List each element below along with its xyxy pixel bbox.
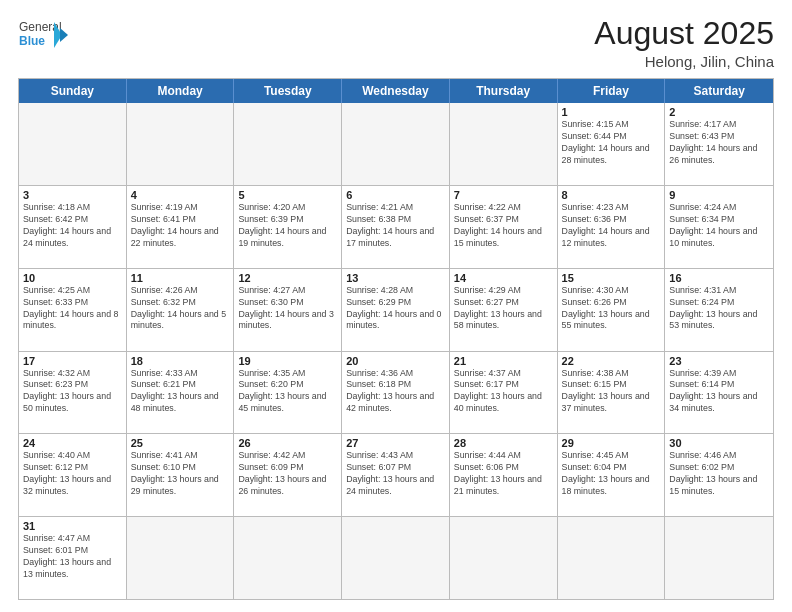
cal-cell-w1-d2: 5Sunrise: 4:20 AM Sunset: 6:39 PM Daylig… <box>234 186 342 268</box>
day-number: 3 <box>23 189 122 201</box>
day-info: Sunrise: 4:18 AM Sunset: 6:42 PM Dayligh… <box>23 202 122 250</box>
cal-cell-w1-d4: 7Sunrise: 4:22 AM Sunset: 6:37 PM Daylig… <box>450 186 558 268</box>
day-number: 28 <box>454 437 553 449</box>
cal-cell-w3-d2: 19Sunrise: 4:35 AM Sunset: 6:20 PM Dayli… <box>234 352 342 434</box>
cal-cell-w1-d3: 6Sunrise: 4:21 AM Sunset: 6:38 PM Daylig… <box>342 186 450 268</box>
day-number: 4 <box>131 189 230 201</box>
day-info: Sunrise: 4:25 AM Sunset: 6:33 PM Dayligh… <box>23 285 122 333</box>
cal-week-4: 24Sunrise: 4:40 AM Sunset: 6:12 PM Dayli… <box>19 434 773 517</box>
day-number: 9 <box>669 189 769 201</box>
cal-cell-w2-d0: 10Sunrise: 4:25 AM Sunset: 6:33 PM Dayli… <box>19 269 127 351</box>
day-number: 23 <box>669 355 769 367</box>
cal-cell-w4-d5: 29Sunrise: 4:45 AM Sunset: 6:04 PM Dayli… <box>558 434 666 516</box>
cal-cell-w4-d0: 24Sunrise: 4:40 AM Sunset: 6:12 PM Dayli… <box>19 434 127 516</box>
day-number: 8 <box>562 189 661 201</box>
logo: General Blue <box>18 16 70 54</box>
day-info: Sunrise: 4:38 AM Sunset: 6:15 PM Dayligh… <box>562 368 661 416</box>
day-info: Sunrise: 4:47 AM Sunset: 6:01 PM Dayligh… <box>23 533 122 581</box>
cal-header-wednesday: Wednesday <box>342 79 450 103</box>
cal-cell-w4-d2: 26Sunrise: 4:42 AM Sunset: 6:09 PM Dayli… <box>234 434 342 516</box>
calendar-header-row: SundayMondayTuesdayWednesdayThursdayFrid… <box>19 79 773 103</box>
day-info: Sunrise: 4:35 AM Sunset: 6:20 PM Dayligh… <box>238 368 337 416</box>
cal-cell-w1-d0: 3Sunrise: 4:18 AM Sunset: 6:42 PM Daylig… <box>19 186 127 268</box>
day-number: 30 <box>669 437 769 449</box>
cal-cell-w1-d1: 4Sunrise: 4:19 AM Sunset: 6:41 PM Daylig… <box>127 186 235 268</box>
day-info: Sunrise: 4:41 AM Sunset: 6:10 PM Dayligh… <box>131 450 230 498</box>
page: General Blue August 2025 Helong, Jilin, … <box>0 0 792 612</box>
generalblue-logo-icon: General Blue <box>18 16 70 54</box>
title-block: August 2025 Helong, Jilin, China <box>594 16 774 70</box>
day-info: Sunrise: 4:17 AM Sunset: 6:43 PM Dayligh… <box>669 119 769 167</box>
day-info: Sunrise: 4:32 AM Sunset: 6:23 PM Dayligh… <box>23 368 122 416</box>
cal-cell-w5-d4 <box>450 517 558 599</box>
cal-cell-w5-d5 <box>558 517 666 599</box>
day-info: Sunrise: 4:39 AM Sunset: 6:14 PM Dayligh… <box>669 368 769 416</box>
calendar-body: 1Sunrise: 4:15 AM Sunset: 6:44 PM Daylig… <box>19 103 773 599</box>
day-info: Sunrise: 4:26 AM Sunset: 6:32 PM Dayligh… <box>131 285 230 333</box>
cal-week-3: 17Sunrise: 4:32 AM Sunset: 6:23 PM Dayli… <box>19 352 773 435</box>
day-info: Sunrise: 4:21 AM Sunset: 6:38 PM Dayligh… <box>346 202 445 250</box>
cal-week-2: 10Sunrise: 4:25 AM Sunset: 6:33 PM Dayli… <box>19 269 773 352</box>
day-info: Sunrise: 4:33 AM Sunset: 6:21 PM Dayligh… <box>131 368 230 416</box>
day-info: Sunrise: 4:44 AM Sunset: 6:06 PM Dayligh… <box>454 450 553 498</box>
svg-text:Blue: Blue <box>19 34 45 48</box>
day-info: Sunrise: 4:20 AM Sunset: 6:39 PM Dayligh… <box>238 202 337 250</box>
cal-cell-w0-d1 <box>127 103 235 185</box>
day-number: 7 <box>454 189 553 201</box>
calendar: SundayMondayTuesdayWednesdayThursdayFrid… <box>18 78 774 600</box>
day-info: Sunrise: 4:30 AM Sunset: 6:26 PM Dayligh… <box>562 285 661 333</box>
cal-cell-w0-d2 <box>234 103 342 185</box>
cal-cell-w4-d1: 25Sunrise: 4:41 AM Sunset: 6:10 PM Dayli… <box>127 434 235 516</box>
cal-cell-w2-d1: 11Sunrise: 4:26 AM Sunset: 6:32 PM Dayli… <box>127 269 235 351</box>
cal-cell-w2-d5: 15Sunrise: 4:30 AM Sunset: 6:26 PM Dayli… <box>558 269 666 351</box>
day-number: 18 <box>131 355 230 367</box>
cal-cell-w5-d0: 31Sunrise: 4:47 AM Sunset: 6:01 PM Dayli… <box>19 517 127 599</box>
cal-cell-w2-d3: 13Sunrise: 4:28 AM Sunset: 6:29 PM Dayli… <box>342 269 450 351</box>
day-info: Sunrise: 4:28 AM Sunset: 6:29 PM Dayligh… <box>346 285 445 333</box>
cal-week-0: 1Sunrise: 4:15 AM Sunset: 6:44 PM Daylig… <box>19 103 773 186</box>
day-number: 20 <box>346 355 445 367</box>
cal-cell-w4-d6: 30Sunrise: 4:46 AM Sunset: 6:02 PM Dayli… <box>665 434 773 516</box>
cal-cell-w3-d6: 23Sunrise: 4:39 AM Sunset: 6:14 PM Dayli… <box>665 352 773 434</box>
svg-marker-3 <box>60 28 68 42</box>
cal-cell-w4-d4: 28Sunrise: 4:44 AM Sunset: 6:06 PM Dayli… <box>450 434 558 516</box>
day-number: 6 <box>346 189 445 201</box>
day-number: 14 <box>454 272 553 284</box>
cal-cell-w0-d6: 2Sunrise: 4:17 AM Sunset: 6:43 PM Daylig… <box>665 103 773 185</box>
cal-header-sunday: Sunday <box>19 79 127 103</box>
cal-cell-w4-d3: 27Sunrise: 4:43 AM Sunset: 6:07 PM Dayli… <box>342 434 450 516</box>
day-number: 26 <box>238 437 337 449</box>
cal-header-tuesday: Tuesday <box>234 79 342 103</box>
day-info: Sunrise: 4:27 AM Sunset: 6:30 PM Dayligh… <box>238 285 337 333</box>
day-info: Sunrise: 4:36 AM Sunset: 6:18 PM Dayligh… <box>346 368 445 416</box>
day-number: 13 <box>346 272 445 284</box>
cal-cell-w5-d6 <box>665 517 773 599</box>
day-info: Sunrise: 4:19 AM Sunset: 6:41 PM Dayligh… <box>131 202 230 250</box>
subtitle: Helong, Jilin, China <box>594 53 774 70</box>
day-number: 19 <box>238 355 337 367</box>
day-info: Sunrise: 4:31 AM Sunset: 6:24 PM Dayligh… <box>669 285 769 333</box>
main-title: August 2025 <box>594 16 774 51</box>
day-number: 2 <box>669 106 769 118</box>
cal-week-5: 31Sunrise: 4:47 AM Sunset: 6:01 PM Dayli… <box>19 517 773 599</box>
cal-cell-w5-d2 <box>234 517 342 599</box>
cal-cell-w3-d1: 18Sunrise: 4:33 AM Sunset: 6:21 PM Dayli… <box>127 352 235 434</box>
day-number: 16 <box>669 272 769 284</box>
cal-cell-w1-d5: 8Sunrise: 4:23 AM Sunset: 6:36 PM Daylig… <box>558 186 666 268</box>
day-number: 22 <box>562 355 661 367</box>
day-number: 27 <box>346 437 445 449</box>
cal-cell-w3-d3: 20Sunrise: 4:36 AM Sunset: 6:18 PM Dayli… <box>342 352 450 434</box>
day-number: 17 <box>23 355 122 367</box>
day-info: Sunrise: 4:22 AM Sunset: 6:37 PM Dayligh… <box>454 202 553 250</box>
cal-cell-w3-d5: 22Sunrise: 4:38 AM Sunset: 6:15 PM Dayli… <box>558 352 666 434</box>
day-number: 11 <box>131 272 230 284</box>
day-info: Sunrise: 4:15 AM Sunset: 6:44 PM Dayligh… <box>562 119 661 167</box>
day-info: Sunrise: 4:46 AM Sunset: 6:02 PM Dayligh… <box>669 450 769 498</box>
day-info: Sunrise: 4:45 AM Sunset: 6:04 PM Dayligh… <box>562 450 661 498</box>
cal-cell-w3-d0: 17Sunrise: 4:32 AM Sunset: 6:23 PM Dayli… <box>19 352 127 434</box>
header: General Blue August 2025 Helong, Jilin, … <box>18 16 774 70</box>
day-number: 29 <box>562 437 661 449</box>
cal-header-thursday: Thursday <box>450 79 558 103</box>
day-info: Sunrise: 4:40 AM Sunset: 6:12 PM Dayligh… <box>23 450 122 498</box>
cal-cell-w1-d6: 9Sunrise: 4:24 AM Sunset: 6:34 PM Daylig… <box>665 186 773 268</box>
